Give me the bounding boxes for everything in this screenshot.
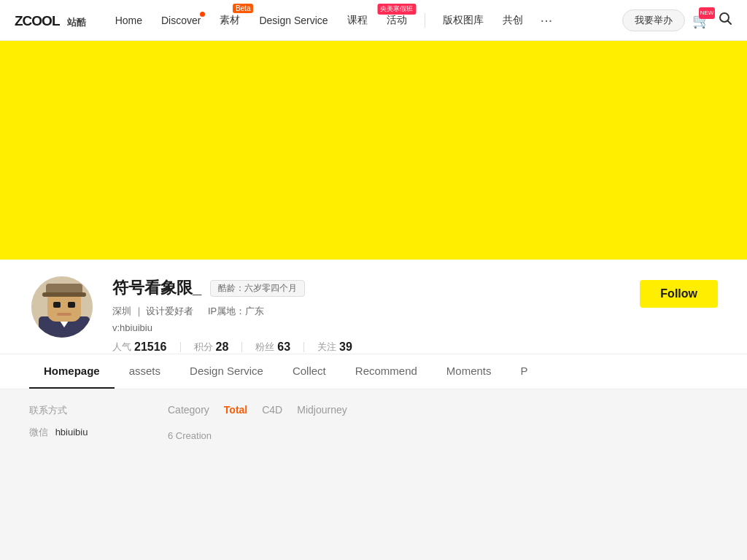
- nav-discover[interactable]: Discover: [154, 10, 208, 31]
- profile-name-row: 符号看象限_ 酷龄：六岁零四个月: [112, 277, 718, 299]
- nav-home[interactable]: Home: [108, 10, 150, 31]
- profile-ip: IP属地：广东: [208, 306, 264, 316]
- filter-c4d[interactable]: C4D: [262, 404, 282, 416]
- avatar: [29, 274, 95, 340]
- sidebar: 联系方式 微信 hbiuibiu: [29, 404, 146, 441]
- cart-button[interactable]: 🛒 NEW: [692, 12, 711, 29]
- cart-new-badge: NEW: [699, 7, 715, 19]
- nav-divider-1: [425, 13, 425, 28]
- stat-fans: 粉丝 63: [255, 341, 290, 354]
- creation-count: 6 Creation: [168, 430, 718, 441]
- stat-divider-2: [241, 342, 242, 352]
- svg-rect-9: [68, 302, 75, 308]
- search-button[interactable]: [718, 11, 732, 29]
- stat-popularity: 人气 21516: [112, 341, 167, 354]
- nav-cocreate[interactable]: 共创: [495, 9, 530, 31]
- profile-name: 符号看象限_: [112, 277, 201, 299]
- profile-wechat: v:hbiuibiu: [112, 322, 718, 333]
- stat-score: 积分 28: [194, 341, 229, 354]
- follow-button[interactable]: Follow: [640, 280, 718, 308]
- avatar-image: [31, 276, 95, 340]
- nav-right: 我要举办 🛒 NEW: [622, 9, 732, 31]
- nav-more[interactable]: ···: [535, 12, 559, 28]
- profile-location: 深圳: [112, 306, 131, 316]
- nav-design-service[interactable]: Design Service: [252, 10, 335, 31]
- beta-badge: Beta: [233, 4, 254, 13]
- logo[interactable]: ZCOOL 站酷: [15, 11, 86, 30]
- activity-badge: 央美寒假班: [377, 4, 416, 15]
- tabs-section: Homepage assets Design Service Collect R…: [0, 354, 747, 389]
- profile-role: 设计爱好者: [146, 306, 193, 316]
- discover-dot-badge: [200, 12, 205, 17]
- stat-divider-3: [303, 342, 304, 352]
- tab-homepage[interactable]: Homepage: [29, 354, 115, 389]
- main-content: Category Total C4D Midjourney 6 Creation: [168, 404, 718, 441]
- sidebar-contact-title: 联系方式: [29, 404, 146, 417]
- filter-midjourney[interactable]: Midjourney: [297, 404, 347, 416]
- svg-line-1: [728, 21, 732, 25]
- stat-following: 关注 39: [317, 341, 352, 354]
- nav-items: Home Discover 素材 Beta Design Service 课程 …: [108, 9, 622, 31]
- tab-p[interactable]: P: [506, 354, 543, 389]
- navbar: ZCOOL 站酷 Home Discover 素材 Beta Design Se…: [0, 0, 747, 41]
- svg-rect-7: [42, 292, 86, 297]
- content-area: 联系方式 微信 hbiuibiu Category Total C4D Midj…: [0, 389, 747, 456]
- search-icon: [718, 11, 732, 26]
- tab-recommend[interactable]: Recommend: [341, 354, 432, 389]
- nav-activity[interactable]: 央美寒假班 活动: [379, 9, 414, 31]
- tab-design-service[interactable]: Design Service: [175, 354, 278, 389]
- profile-stats: 人气 21516 积分 28 粉丝 63 关注 39: [112, 341, 718, 354]
- nav-sucai[interactable]: 素材 Beta: [212, 9, 247, 31]
- profile-info: 符号看象限_ 酷龄：六岁零四个月 深圳 ｜ 设计爱好者 IP属地：广东 v:hb…: [112, 274, 718, 354]
- sidebar-wechat-value: hbiuibiu: [55, 427, 88, 438]
- hero-banner: [0, 41, 747, 260]
- tab-moments[interactable]: Moments: [432, 354, 506, 389]
- nav-copyright[interactable]: 版权图库: [436, 9, 491, 31]
- svg-rect-10: [57, 313, 71, 316]
- filter-row: Category Total C4D Midjourney: [168, 404, 718, 416]
- filter-total[interactable]: Total: [224, 404, 247, 416]
- filter-category[interactable]: Category: [168, 404, 209, 416]
- nav-course[interactable]: 课程: [340, 9, 375, 31]
- sidebar-wechat: 微信 hbiuibiu: [29, 426, 146, 439]
- logo-text: ZCOOL 站酷: [15, 11, 86, 30]
- svg-rect-8: [53, 302, 61, 308]
- profile-section: 符号看象限_ 酷龄：六岁零四个月 深圳 ｜ 设计爱好者 IP属地：广东 v:hb…: [0, 260, 747, 354]
- tab-collect[interactable]: Collect: [278, 354, 341, 389]
- profile-desc: 深圳 ｜ 设计爱好者 IP属地：广东: [112, 305, 718, 318]
- register-button[interactable]: 我要举办: [622, 9, 685, 31]
- tab-assets[interactable]: assets: [115, 354, 175, 389]
- profile-age-badge: 酷龄：六岁零四个月: [210, 280, 305, 297]
- stat-divider-1: [180, 342, 181, 352]
- tabs-row: Homepage assets Design Service Collect R…: [0, 354, 747, 389]
